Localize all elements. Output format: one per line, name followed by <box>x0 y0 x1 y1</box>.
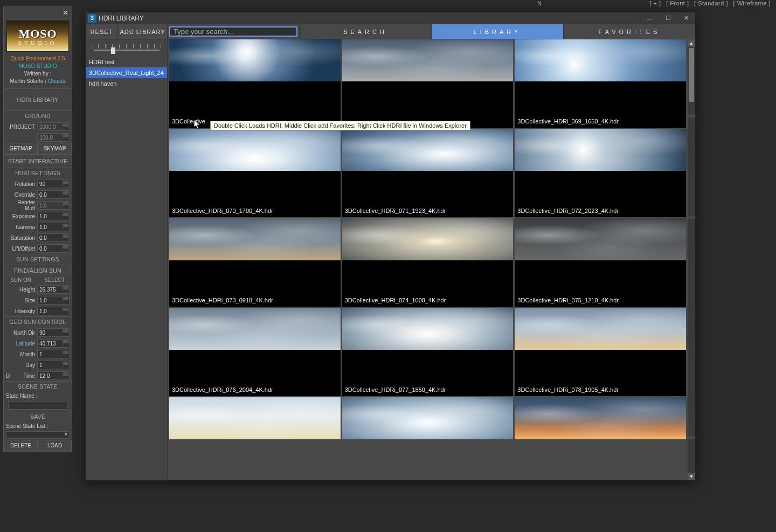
viewport-label[interactable]: [ Standard ] <box>694 0 728 6</box>
scene-state-header: SCENE STATE <box>4 381 72 392</box>
sun-param-spinner[interactable]: 1.0 <box>37 296 70 305</box>
param-label: Saturation <box>6 235 37 241</box>
library-list-item[interactable]: HDRI test <box>86 57 167 67</box>
minimize-icon[interactable]: — <box>640 12 659 24</box>
author1: Martin Solarte / <box>10 78 47 84</box>
library-list-item[interactable]: 3DCollective_Real_Light_24 <box>86 67 167 78</box>
project-height-spinner[interactable]: 100.0 <box>37 133 70 142</box>
reset-button[interactable]: RESET <box>86 24 118 39</box>
scene-state-list-label: Scene State List : <box>6 422 70 430</box>
sun-param-spinner[interactable]: 1.0 <box>37 307 70 315</box>
tab-search[interactable]: SEARCH <box>299 24 431 39</box>
param-spinner[interactable]: 1.0 <box>37 201 70 210</box>
d-label: D <box>6 373 13 379</box>
compass-north: N <box>537 0 542 6</box>
hdri-filename-label: 3DCollective_HDRi_074_1008_4K.hdr <box>345 297 446 303</box>
hdri-thumbnail[interactable]: 3DCollective_HDRi_070_1700_4K.hdr <box>169 129 341 217</box>
param-spinner[interactable]: 0.0 <box>37 233 70 242</box>
logo-text: MOSO <box>18 27 57 41</box>
scrollbar-thumb[interactable] <box>689 48 694 102</box>
hdri-thumbnail[interactable] <box>169 397 341 439</box>
search-input[interactable]: Type your search... <box>169 26 297 37</box>
hdri-thumbnail[interactable]: 3DCollective_HDRi_072_2023_4K.hdr <box>515 129 686 217</box>
sun-param-label: Size <box>6 298 37 303</box>
hdri-thumbnail[interactable]: 3DCollective_HDRi_074_1008_4K.hdr <box>342 218 514 307</box>
hdri-tooltip: Double Click Loads HDRI; Middle Click ad… <box>210 121 470 130</box>
window-titlebar[interactable]: 3 HDRI LIBRARY — ☐ ✕ <box>86 12 695 24</box>
scroll-down-icon[interactable]: ▼ <box>688 473 695 480</box>
delete-button[interactable]: DELETE <box>4 440 38 451</box>
getmap-button[interactable]: GETMAP <box>4 143 38 154</box>
sun-param-label: Height <box>6 287 37 293</box>
window-title: HDRI LIBRARY <box>99 15 144 22</box>
project-width-spinner[interactable]: 2000.0 <box>37 122 70 131</box>
hdri-thumbnail[interactable]: 3DCollective_HDRi_077_1850_4K.hdr <box>342 308 514 396</box>
hdri-thumbnail[interactable]: 3DCollective_HDRi_071_1923_4K.hdr <box>342 129 514 217</box>
hdri-thumbnail[interactable] <box>515 397 686 439</box>
param-spinner[interactable]: 0.0 <box>37 244 70 253</box>
save-button[interactable]: SAVE <box>4 411 72 422</box>
param-spinner[interactable]: 1.0 <box>37 223 70 231</box>
slider-thumb[interactable] <box>111 47 115 54</box>
param-label: Lift/Offset <box>6 246 37 252</box>
start-interactive-button[interactable]: START INTERACTIVE <box>4 154 72 168</box>
author2-link[interactable]: Obaida <box>48 78 65 84</box>
time-spinner[interactable]: 12.0 <box>37 371 70 380</box>
tab-favorites[interactable]: FAVORITES <box>563 24 695 39</box>
maximize-icon[interactable]: ☐ <box>659 12 677 24</box>
hdri-library-window: 3 HDRI LIBRARY — ☐ ✕ RESET ADD LIBRARY T… <box>85 12 696 481</box>
find-align-sun-button[interactable]: FIND/ALIGN SUN <box>4 265 72 276</box>
param-label: Render Mult <box>6 199 37 211</box>
hdri-thumbnail[interactable]: 3DCollective_HDRi_078_1905_4K.hdr <box>515 308 686 396</box>
hdri-library-button[interactable]: HDRI LIBRARY <box>4 88 72 110</box>
hdri-thumbnail[interactable]: 3DCollective_HDRi_069_1650_4K.hdr <box>515 39 686 128</box>
library-list: HDRI test3DCollective_Real_Light_24hdri … <box>86 57 167 480</box>
close-icon[interactable]: ✕ <box>4 7 72 18</box>
hdri-thumbnail[interactable]: 3DCollective_HDRi_076_2004_4K.hdr <box>169 308 341 396</box>
skymap-button[interactable]: SKYMAP <box>38 143 72 154</box>
sun-param-spinner[interactable]: 26.375 <box>37 285 70 294</box>
geo-param-spinner[interactable]: 1 <box>37 350 70 358</box>
geo-param-spinner[interactable]: 40.713 <box>37 339 70 348</box>
scene-state-dropdown[interactable] <box>6 431 70 439</box>
param-spinner[interactable]: 90 <box>37 179 70 188</box>
geo-param-spinner[interactable]: 1 <box>37 361 70 369</box>
param-label: Rotation <box>6 181 37 187</box>
thumbnail-size-slider[interactable] <box>92 42 162 54</box>
project-label: PROJECT <box>6 124 37 130</box>
hdri-thumbnail-grid: 3DCollective3DCollective_HDRi_069_1650_4… <box>168 39 688 439</box>
close-icon[interactable]: ✕ <box>677 12 695 24</box>
geo-param-spinner[interactable]: 90 <box>37 328 70 337</box>
vertical-scrollbar[interactable]: ▲ ▼ <box>688 39 695 480</box>
tab-library[interactable]: LIBRARY <box>431 24 563 39</box>
hdri-filename-label: 3DCollective_HDRi_070_1700_4K.hdr <box>172 208 273 214</box>
load-button[interactable]: LOAD <box>38 440 72 451</box>
moso-sidebar-panel: ✕ MOSO STUDIO Quick Environment 2.5 MOSO… <box>3 6 72 452</box>
hdri-thumbnail[interactable]: 3DCollective_HDRi_073_0918_4K.hdr <box>169 218 341 307</box>
hdri-thumbnail[interactable] <box>342 397 514 439</box>
hdri-filename-label: 3DCollective_HDRi_069_1650_4K.hdr <box>517 118 619 125</box>
hdri-settings-header: HDRI SETTINGS <box>4 168 72 178</box>
viewport-label[interactable]: [ Front ] <box>666 0 689 6</box>
hdri-thumbnail[interactable]: 3DCollective_HDRi_075_1210_4K.hdr <box>515 218 686 307</box>
viewport-label[interactable]: [ Wireframe ] <box>733 0 771 6</box>
scroll-up-icon[interactable]: ▲ <box>688 39 695 47</box>
library-list-item[interactable]: hdri haven <box>86 78 167 89</box>
hdri-thumbnail[interactable] <box>342 39 514 128</box>
state-name-input[interactable] <box>8 401 67 410</box>
select-header: SELECT <box>38 276 72 284</box>
geo-param-label: Day <box>6 362 37 368</box>
add-library-button[interactable]: ADD LIBRARY <box>118 24 168 39</box>
param-spinner[interactable]: 0.0 <box>37 190 70 199</box>
hdri-thumbnail[interactable]: 3DCollective <box>169 39 341 128</box>
moso-logo: MOSO STUDIO <box>6 20 69 52</box>
library-sidebar: HDRI test3DCollective_Real_Light_24hdri … <box>86 39 168 480</box>
hdri-filename-label: 3DCollective_HDRi_077_1850_4K.hdr <box>345 386 446 393</box>
hdri-filename-label: 3DCollective_HDRi_072_2023_4K.hdr <box>517 208 619 214</box>
param-spinner[interactable]: 1.0 <box>37 212 70 220</box>
product-title: Quick Environment 2.5 <box>4 55 72 63</box>
app-icon: 3 <box>88 14 96 23</box>
written-by-label: Written by : <box>4 70 72 78</box>
viewport-label[interactable]: [ + ] <box>649 0 661 6</box>
authors-line: Martin Solarte / Obaida <box>4 78 72 85</box>
